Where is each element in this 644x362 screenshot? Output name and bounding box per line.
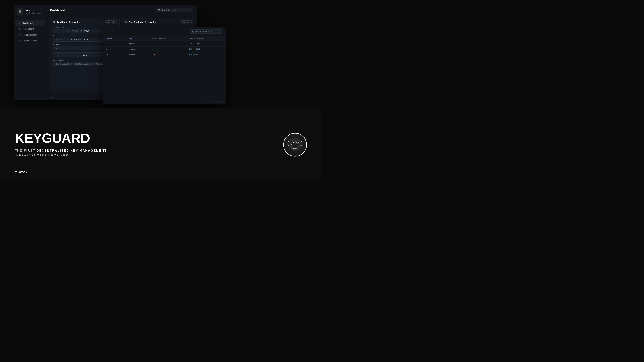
hash-value: C134...143D — [189, 43, 200, 45]
footer-brand: DKMI — [50, 97, 54, 98]
table-row[interactable]: XRP Payment ✓ ✓ E205...2D16 — [103, 47, 226, 52]
transactions-icon: ◎ — [18, 28, 21, 30]
destination-input[interactable] — [53, 38, 108, 42]
page-title: Dashboard — [50, 9, 65, 12]
tw-search-icon: 🔍 — [192, 31, 194, 33]
ripple-logo: ✦ ripple — [15, 169, 27, 173]
xrp-icon-traditional: ✕ — [53, 21, 55, 24]
traditional-status-badge: Connected — [105, 21, 117, 24]
signer2-check: ✓ — [154, 43, 155, 45]
cell-amount: XRP — [103, 41, 126, 47]
sidebar-item-fraud[interactable]: ⚙ Fraud Detection — [16, 32, 45, 38]
cell-type: Payment — [126, 52, 150, 57]
sidebar-nav: ⊞ Dashboard ◎ Transactions ⚙ Fraud Detec… — [14, 18, 46, 100]
svg-rect-20 — [294, 148, 296, 149]
header-search-box[interactable]: 🔍 — [156, 8, 193, 12]
subtitle-plain: THE FIRST — [15, 149, 36, 152]
signer1-check: ✓ — [152, 43, 154, 45]
subtitle-bold: DECENTRALISED KEY MANAGEMENT — [36, 149, 107, 152]
cell-hash: E205...2D16 — [186, 47, 226, 52]
svg-point-16 — [298, 143, 298, 144]
svg-point-2 — [19, 11, 20, 11]
cell-hash: C134...143D — [186, 41, 226, 47]
svg-point-19 — [296, 146, 297, 147]
hash-value: E205...2D16 — [189, 48, 200, 50]
signer2-check: ✓ — [154, 48, 155, 50]
logo-text: DKMI Non-Custodial Keypairs — [25, 9, 42, 14]
signer2-check: ✗ — [154, 54, 155, 55]
col-tx-hash: Transaction Hash — [186, 36, 226, 41]
logo-name: DKMI — [25, 9, 42, 12]
xrp-icon-nc: ✕ — [125, 21, 128, 24]
tx-table-head: Amount Type Signer Approval Transaction … — [103, 36, 226, 41]
keypair-icon: ⚙ — [18, 40, 21, 42]
ripple-symbol: ✦ — [15, 169, 18, 173]
keyguard-subtitle: THE FIRST DECENTRALISED KEY MANAGEMENT I… — [15, 148, 283, 158]
keyguard-title: KEYGUARD — [15, 131, 283, 145]
tx-table-header-row: Amount Type Signer Approval Transaction … — [103, 36, 226, 41]
col-signer-approval: Signer Approval — [150, 36, 186, 41]
tx-table: Amount Type Signer Approval Transaction … — [103, 36, 226, 57]
search-icon: 🔍 — [158, 9, 160, 11]
tw-search-box[interactable]: 🔍 — [190, 29, 223, 34]
cell-amount: XRP — [103, 52, 126, 57]
search-input[interactable] — [162, 9, 191, 11]
col-type: Type — [126, 36, 150, 41]
tx-table-container: Amount Type Signer Approval Transaction … — [103, 36, 226, 57]
tw-footer-brand: XRPL x EasyA Hackathon — [206, 101, 223, 102]
sidebar-item-transactions[interactable]: ◎ Transactions — [16, 26, 45, 32]
ripple-label: ripple — [19, 170, 27, 173]
gorilla-logo — [283, 133, 307, 157]
sidebar-item-label: Fraud Detection — [22, 34, 37, 36]
signer1-check: ✓ — [152, 54, 154, 55]
svg-point-1 — [18, 12, 21, 14]
traditional-tx-title: ✕ Traditional Transaction — [53, 21, 81, 24]
transactions-window: 🔍 Amount Type Signer Approval Transactio… — [103, 27, 226, 104]
tw-footer: XRPL x EasyA Hackathon — [103, 99, 226, 104]
svg-point-8 — [288, 142, 290, 145]
gorilla-logo-container — [283, 133, 307, 157]
non-custodial-tx-title: ✕ Non-Custodial Transaction — [125, 21, 158, 24]
cell-signer-approval: ✓ ✗ — [150, 52, 186, 57]
svg-point-3 — [20, 11, 20, 11]
cell-type: Payment — [126, 41, 150, 47]
cell-type: Payment — [126, 47, 150, 52]
subtitle-plain2: INFRASTRUCTURE FOR XRPL — [15, 154, 70, 157]
cell-hash: BB84_F4A6 — [186, 52, 226, 57]
tw-search-input[interactable] — [195, 31, 221, 33]
sidebar: DKMI Non-Custodial Keypairs ⊞ Dashboard … — [14, 5, 46, 100]
sidebar-item-keypair[interactable]: ⚙ Keypair Settings — [16, 38, 45, 44]
svg-point-18 — [294, 146, 295, 147]
main-header: Dashboard 🔍 — [46, 5, 197, 15]
svg-point-9 — [301, 142, 302, 145]
fraud-icon: ⚙ — [18, 34, 21, 36]
dashboard-icon: ⊞ — [18, 22, 21, 24]
sidebar-logo: DKMI Non-Custodial Keypairs — [14, 5, 46, 18]
nc-status-badge: Generated — [180, 21, 192, 24]
sidebar-item-label: Dashboard — [22, 22, 32, 24]
non-custodial-tx-header: ✕ Non-Custodial Transaction Generated — [125, 21, 192, 24]
cell-signer-approval: ✓ ✓ — [150, 41, 186, 47]
cell-signer-approval: ✓ ✓ — [150, 47, 186, 52]
signer1-check: ✓ — [152, 48, 154, 50]
col-amount: Amount — [103, 36, 126, 41]
tx-table-body: XRP Payment ✓ ✓ C134...143D XRP Payment … — [103, 41, 226, 57]
sidebar-item-dashboard[interactable]: ⊞ Dashboard — [16, 20, 45, 26]
table-row[interactable]: XRP Payment ✓ ✓ C134...143D — [103, 41, 226, 47]
traditional-tx-header: ✕ Traditional Transaction Connected — [53, 21, 117, 24]
logo-subtitle: Non-Custodial Keypairs — [25, 12, 42, 14]
cell-amount: XRP — [103, 47, 126, 52]
hash-value: BB84_F4A6 — [189, 54, 198, 55]
tw-header: 🔍 — [103, 27, 226, 36]
sidebar-item-label: Keypair Settings — [22, 40, 37, 42]
table-row[interactable]: XRP Payment ✓ ✗ BB84_F4A6 — [103, 52, 226, 57]
sidebar-item-label: Transactions — [22, 28, 34, 30]
keyguard-text-block: KEYGUARD THE FIRST DECENTRALISED KEY MAN… — [15, 131, 283, 158]
svg-point-15 — [293, 143, 294, 144]
bottom-section: KEYGUARD THE FIRST DECENTRALISED KEY MAN… — [0, 108, 322, 181]
amount-input[interactable] — [53, 46, 108, 50]
app-logo-icon — [17, 8, 23, 15]
